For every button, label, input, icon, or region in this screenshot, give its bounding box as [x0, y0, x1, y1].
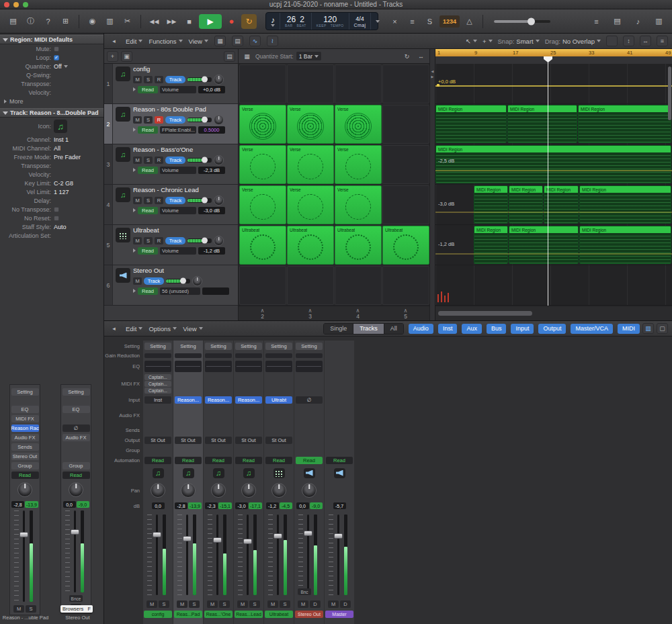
automation-target-button[interactable]: Track [165, 76, 185, 83]
mute-button[interactable]: M [133, 277, 142, 285]
eq-slot[interactable]: EQ [11, 406, 39, 413]
filter-bus-button[interactable]: Bus [487, 324, 507, 334]
automation-mode-button[interactable]: Read [296, 457, 323, 464]
zoom-window-button[interactable] [23, 2, 28, 7]
channel-setting-button[interactable]: Setting [296, 343, 323, 350]
live-loops-cell[interactable]: Ultrabeat [239, 226, 286, 265]
solo-button[interactable]: S [144, 116, 153, 124]
lcd-mode-section[interactable]: ♪ [266, 13, 280, 30]
solo-button[interactable]: S [189, 600, 200, 608]
live-loops-cell[interactable] [335, 64, 382, 103]
volume-slider[interactable] [166, 279, 190, 283]
tempo-value[interactable]: 120 [323, 15, 337, 24]
mute-button[interactable]: M [133, 76, 142, 83]
track-lanes-button[interactable]: ▤ [232, 36, 243, 46]
live-loops-cell[interactable]: Verse [287, 145, 334, 184]
level-value[interactable]: 0,0 [63, 501, 76, 508]
mixer-strip-selected[interactable]: Setting Reason... St Out Read ♫ -2,8 -13… [173, 341, 203, 624]
staff-style-value[interactable]: Auto [54, 224, 67, 230]
output-slot[interactable]: St Out [265, 437, 292, 444]
midi-region[interactable]: MIDI Region [474, 185, 508, 224]
eq-thumbnail[interactable] [205, 361, 232, 372]
strip-name-label[interactable]: Ultrabeat [265, 611, 293, 618]
bar-ruler[interactable]: 1 9 17 25 33 41 49 [435, 49, 672, 64]
back-icon[interactable]: ◂ [108, 36, 120, 46]
volume-slider[interactable] [187, 238, 212, 243]
filter-inst-button[interactable]: Inst [438, 324, 458, 334]
pointer-tool-menu[interactable]: ↖ [466, 38, 477, 45]
more-disclosure[interactable]: More [0, 97, 103, 105]
solo-button[interactable]: S [249, 600, 260, 608]
view-menu[interactable]: View [183, 325, 202, 332]
fader-cap[interactable] [274, 533, 282, 539]
automation-mode-button[interactable]: Read [138, 167, 158, 174]
output-slot[interactable]: St Out [175, 437, 202, 444]
track-name[interactable]: config [133, 65, 236, 74]
track-header[interactable]: 3 ♫ Reason - Bass'o'One M S R Track [104, 144, 238, 185]
level-value[interactable]: -1,2 [266, 502, 279, 509]
automation-value[interactable]: -1,2 dB [198, 247, 225, 255]
fader-cap[interactable] [153, 532, 161, 537]
volume-fader[interactable] [236, 513, 261, 596]
live-loops-cell[interactable]: Ultrabeat [335, 226, 382, 265]
solo-button[interactable]: S [219, 600, 230, 608]
time-signature[interactable]: 4/4 [355, 15, 364, 23]
solo-button[interactable]: S [159, 600, 169, 608]
lcd-chevron-section[interactable] [371, 13, 384, 30]
automation-param-button[interactable]: FPlate:Enabl... [160, 126, 196, 134]
quick-help-icon[interactable]: ? [40, 14, 56, 29]
pan-knob[interactable] [151, 483, 165, 498]
mute-button[interactable]: M [146, 600, 157, 608]
midi-fx-slot[interactable]: Captain... [144, 381, 171, 387]
close-window-button[interactable] [4, 2, 9, 7]
automation-mode-button[interactable]: Read [175, 457, 202, 464]
mute-button[interactable]: M [13, 605, 24, 613]
disclosure-right-icon[interactable] [133, 128, 136, 132]
track-header-options-button[interactable]: ▤ [224, 51, 235, 62]
playhead-line[interactable] [548, 56, 548, 306]
mixer-strip[interactable]: Read -5,7 M D Master [325, 341, 354, 624]
filter-master-vca-button[interactable]: Master/VCA [571, 324, 613, 334]
disclosure-right-icon[interactable] [133, 249, 136, 253]
solo-button[interactable]: S [144, 76, 153, 83]
channel-setting-button[interactable]: Setting [11, 388, 39, 396]
automation-button[interactable]: ∿ [249, 36, 261, 46]
scene-trigger[interactable]: ∧2 [239, 306, 286, 320]
live-loops-cell[interactable] [382, 145, 429, 184]
zoom-presets-button[interactable]: ≡ [657, 36, 668, 46]
lcd-position-section[interactable]: 26 2 BAR BEAT [280, 13, 312, 30]
view-mode-all[interactable]: All [384, 324, 403, 334]
automation-target-button[interactable]: Track [165, 157, 185, 164]
key-limit-value[interactable]: C-2 G8 [54, 180, 73, 187]
automation-value[interactable]: -2,3 dB [198, 167, 225, 174]
waveform-zoom-button[interactable] [606, 36, 618, 46]
live-loops-cell[interactable]: Ultrabeat [287, 226, 334, 265]
automation-target-button[interactable]: Track [165, 237, 185, 244]
cycle-button[interactable]: ↻ [241, 14, 257, 29]
live-loops-cell[interactable] [239, 64, 286, 103]
vertical-scrollbar[interactable] [668, 66, 671, 120]
pan-knob[interactable] [271, 483, 286, 498]
track-header[interactable]: 1 ♫ config M S R Track [104, 64, 238, 104]
live-loops-cell[interactable] [382, 185, 429, 224]
automation-param-button[interactable]: Volume [160, 247, 196, 255]
volume-fader[interactable] [206, 513, 231, 596]
mute-button[interactable]: M [298, 600, 308, 608]
pan-knob[interactable] [181, 483, 196, 498]
track-lane[interactable]: +0,0 dB [435, 64, 672, 104]
midi-region[interactable]: MIDI Region [544, 185, 579, 224]
grid-resize-icon[interactable]: ↔ [415, 51, 427, 62]
eq-slot[interactable]: EQ [62, 406, 90, 413]
midi-region[interactable]: MIDI Region [435, 105, 507, 143]
pan-knob[interactable] [214, 236, 224, 246]
pan-knob[interactable] [302, 483, 317, 498]
pan-knob[interactable] [211, 483, 226, 498]
record-enable-button[interactable]: R [155, 197, 163, 204]
no-transpose-checkbox[interactable] [54, 207, 59, 212]
solo-button[interactable]: S [26, 605, 36, 613]
quantize-dropdown[interactable]: Off [54, 63, 68, 70]
track-icon-well[interactable]: ♫ [54, 120, 67, 133]
rewind-button[interactable]: ◀◀ [146, 14, 162, 29]
automation-value[interactable]: -3,0 dB [198, 207, 225, 214]
lcd-tempo-section[interactable]: 120 KEEP TEMPO [312, 13, 349, 30]
